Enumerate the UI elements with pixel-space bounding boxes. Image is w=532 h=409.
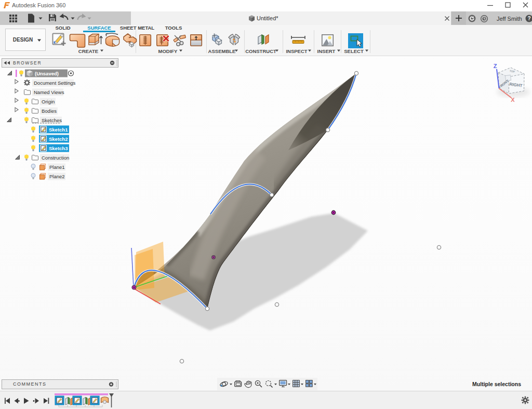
svg-text:SOLID: SOLID bbox=[55, 25, 70, 31]
svg-text:SELECT: SELECT bbox=[344, 48, 364, 54]
svg-text:Named Views: Named Views bbox=[34, 89, 64, 95]
svg-text:Sketches: Sketches bbox=[42, 117, 62, 123]
svg-text:SHEET METAL: SHEET METAL bbox=[120, 25, 155, 31]
svg-text:?: ? bbox=[527, 16, 530, 21]
svg-text:Sketch2: Sketch2 bbox=[49, 136, 68, 142]
svg-text:Sketch3: Sketch3 bbox=[49, 146, 68, 151]
svg-text:ASSEMBLE: ASSEMBLE bbox=[208, 48, 236, 54]
svg-text:Document Settings: Document Settings bbox=[34, 80, 76, 86]
svg-text:Plane1: Plane1 bbox=[49, 164, 65, 170]
svg-text:X: X bbox=[511, 97, 515, 103]
svg-text:MODIFY: MODIFY bbox=[158, 48, 178, 54]
svg-text:SURFACE: SURFACE bbox=[87, 25, 111, 31]
svg-text:BROWSER: BROWSER bbox=[13, 60, 42, 65]
svg-text:DESIGN: DESIGN bbox=[13, 37, 33, 43]
svg-text:Bodies: Bodies bbox=[42, 108, 57, 114]
svg-text:INSPECT: INSPECT bbox=[286, 48, 307, 54]
svg-text:Z: Z bbox=[494, 63, 497, 69]
svg-text:TOOLS: TOOLS bbox=[165, 25, 182, 31]
svg-text:INSERT: INSERT bbox=[317, 48, 336, 54]
svg-text:CONSTRUCT: CONSTRUCT bbox=[245, 48, 276, 54]
svg-text:Sketch1: Sketch1 bbox=[49, 127, 68, 133]
svg-text:Plane2: Plane2 bbox=[49, 174, 65, 179]
svg-text:CREATE: CREATE bbox=[78, 48, 98, 54]
svg-text:(Unsaved): (Unsaved) bbox=[35, 71, 59, 76]
svg-text:Construction: Construction bbox=[42, 155, 69, 161]
svg-text:Origin: Origin bbox=[42, 99, 55, 104]
